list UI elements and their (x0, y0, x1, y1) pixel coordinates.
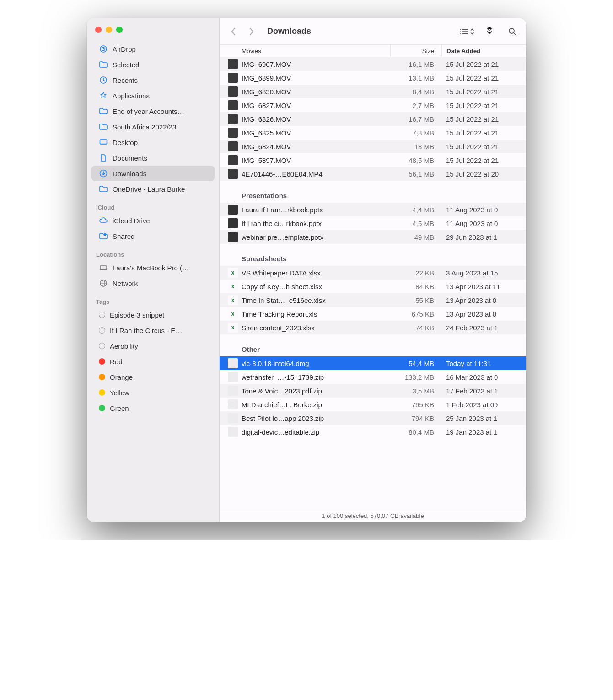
file-row[interactable]: xSiron content_2023.xlsx74 KB24 Feb 2023… (220, 321, 526, 334)
sidebar-tag-aerobility[interactable]: Aerobility (91, 338, 215, 354)
svg-rect-8 (101, 265, 106, 269)
tag-dot-icon (99, 358, 105, 365)
file-row[interactable]: IMG_6830.MOV8,4 MB15 Jul 2022 at 21 (220, 85, 526, 98)
file-area: Downloads (220, 18, 526, 522)
sidebar-tag-green[interactable]: Green (91, 400, 215, 416)
zoom-button[interactable] (116, 27, 123, 33)
xls-file-icon: x (228, 309, 238, 319)
mov-file-icon (228, 73, 238, 83)
sidebar-item-label: Red (110, 358, 123, 366)
sidebar-item-shared[interactable]: Shared (91, 228, 215, 244)
file-size: 22 KB (390, 269, 441, 277)
file-size: 3,5 MB (390, 387, 441, 395)
sidebar-tag-if-i-ran-the-circus-e[interactable]: If I Ran the Circus - E… (91, 323, 215, 338)
file-row[interactable]: digital-devic…editable.zip80,4 MB19 Jan … (220, 425, 526, 439)
file-row[interactable]: IMG_6907.MOV16,1 MB15 Jul 2022 at 21 (220, 57, 526, 71)
sidebar-item-south-africa-2022-23[interactable]: South Africa 2022/23 (91, 119, 215, 135)
sidebar-item-airdrop[interactable]: AirDrop (91, 41, 215, 57)
search-button[interactable] (505, 24, 520, 39)
file-date: 24 Feb 2023 at 1 (441, 324, 526, 332)
sidebar-item-label: Network (113, 280, 138, 287)
sidebar-tag-red[interactable]: Red (91, 354, 215, 369)
overflow-button[interactable] (482, 24, 497, 39)
svg-rect-5 (100, 143, 107, 144)
file-row[interactable]: Laura If I ran…rkbook.pptx4,4 MB11 Aug 2… (220, 203, 526, 216)
zip-file-icon (228, 372, 238, 382)
mov-file-icon (228, 128, 238, 138)
column-headers[interactable]: Movies Size Date Added (220, 44, 526, 57)
xls-file-icon: x (228, 323, 238, 333)
sidebar-item-applications[interactable]: Applications (91, 88, 215, 103)
file-date: 15 Jul 2022 at 21 (441, 156, 526, 164)
file-row[interactable]: Tone & Voic…2023.pdf.zip3,5 MB17 Feb 202… (220, 384, 526, 398)
column-size[interactable]: Size (390, 45, 441, 57)
file-row[interactable]: IMG_6825.MOV7,8 MB15 Jul 2022 at 21 (220, 126, 526, 140)
sidebar-item-recents[interactable]: Recents (91, 72, 215, 88)
file-name: MLD-archief…L. Burke.zip (242, 401, 390, 409)
file-row[interactable]: MLD-archief…L. Burke.zip795 KB1 Feb 2023… (220, 398, 526, 411)
file-list[interactable]: IMG_6907.MOV16,1 MB15 Jul 2022 at 21IMG_… (220, 57, 526, 510)
file-row[interactable]: Best Pilot lo…app 2023.zip794 KB25 Jan 2… (220, 411, 526, 425)
file-date: 15 Jul 2022 at 21 (441, 143, 526, 151)
file-name: If I ran the ci…rkbook.pptx (242, 220, 390, 227)
dmg-file-icon (228, 358, 238, 368)
file-name: wetransfer_…-15_1739.zip (242, 373, 390, 381)
file-row[interactable]: wetransfer_…-15_1739.zip133,2 MB16 Mar 2… (220, 370, 526, 384)
tag-dot-icon (99, 312, 105, 318)
file-row[interactable]: IMG_6826.MOV16,7 MB15 Jul 2022 at 21 (220, 112, 526, 126)
sidebar-tag-yellow[interactable]: Yellow (91, 385, 215, 400)
file-size: 49 MB (390, 233, 441, 241)
file-row[interactable]: xVS Whitepaper DATA.xlsx22 KB3 Aug 2023 … (220, 266, 526, 280)
column-date[interactable]: Date Added (441, 45, 526, 57)
file-size: 84 KB (390, 283, 441, 291)
column-name[interactable]: Movies (240, 48, 390, 54)
file-row[interactable]: IMG_6827.MOV2,7 MB15 Jul 2022 at 21 (220, 98, 526, 112)
sidebar-item-onedrive-laura-burke[interactable]: OneDrive - Laura Burke (91, 181, 215, 197)
file-row[interactable]: IMG_6899.MOV13,1 MB15 Jul 2022 at 21 (220, 71, 526, 85)
file-row[interactable]: IMG_6824.MOV13 MB15 Jul 2022 at 21 (220, 140, 526, 153)
sidebar-item-label: Applications (113, 92, 150, 100)
back-button[interactable] (226, 24, 241, 39)
svg-rect-9 (100, 269, 107, 270)
file-name: IMG_6824.MOV (242, 143, 390, 151)
file-name: 4E701446-…E60E04.MP4 (242, 170, 390, 178)
sidebar-item-network[interactable]: Network (91, 275, 215, 291)
file-row[interactable]: webinar pre…emplate.potx49 MB29 Jun 2023… (220, 230, 526, 244)
file-date: 11 Aug 2023 at 0 (441, 220, 526, 227)
recents-icon (99, 75, 108, 85)
sidebar-item-icloud-drive[interactable]: iCloud Drive (91, 213, 215, 228)
file-date: 15 Jul 2022 at 20 (441, 170, 526, 178)
file-row[interactable]: If I ran the ci…rkbook.pptx4,5 MB11 Aug … (220, 216, 526, 230)
sidebar-item-label: If I Ran the Circus - E… (110, 327, 182, 334)
sidebar-item-laura-s-macbook-pro[interactable]: Laura's MacBook Pro (… (91, 260, 215, 275)
file-size: 13,1 MB (390, 74, 441, 82)
file-size: 133,2 MB (390, 373, 441, 381)
file-row[interactable]: IMG_5897.MOV48,5 MB15 Jul 2022 at 21 (220, 153, 526, 167)
file-row[interactable]: vlc-3.0.18-intel64.dmg54,4 MBToday at 11… (220, 356, 526, 370)
download-icon (99, 169, 108, 178)
file-row[interactable]: xTime In Stat…_e516ee.xlsx55 KB13 Apr 20… (220, 293, 526, 307)
file-row[interactable]: xCopy of Key…h sheet.xlsx84 KB13 Apr 202… (220, 280, 526, 293)
sidebar-tag-orange[interactable]: Orange (91, 369, 215, 385)
view-mode-button[interactable] (459, 24, 474, 39)
sidebar-tag-episode-3-snippet[interactable]: Episode 3 snippet (91, 307, 215, 323)
file-row[interactable]: 4E701446-…E60E04.MP456,1 MB15 Jul 2022 a… (220, 167, 526, 181)
doc-icon (99, 153, 108, 162)
file-name: webinar pre…emplate.potx (242, 233, 390, 241)
sidebar-item-end-of-year-accounts[interactable]: End of year Accounts… (91, 103, 215, 119)
xls-file-icon: x (228, 281, 238, 291)
forward-button[interactable] (244, 24, 259, 39)
sidebar-item-selected[interactable]: Selected (91, 57, 215, 72)
xls-file-icon: x (228, 295, 238, 305)
sidebar-item-downloads[interactable]: Downloads (91, 166, 215, 181)
close-button[interactable] (95, 27, 102, 33)
mov-file-icon (228, 141, 238, 151)
sidebar-item-label: Aerobility (110, 342, 138, 350)
sidebar-item-documents[interactable]: Documents (91, 150, 215, 166)
file-row[interactable]: xTime Tracking Report.xls675 KB13 Apr 20… (220, 307, 526, 321)
minimize-button[interactable] (106, 27, 112, 33)
sidebar-item-desktop[interactable]: Desktop (91, 135, 215, 150)
file-date: 15 Jul 2022 at 21 (441, 88, 526, 96)
mov-file-icon (228, 155, 238, 165)
file-date: 11 Aug 2023 at 0 (441, 206, 526, 214)
